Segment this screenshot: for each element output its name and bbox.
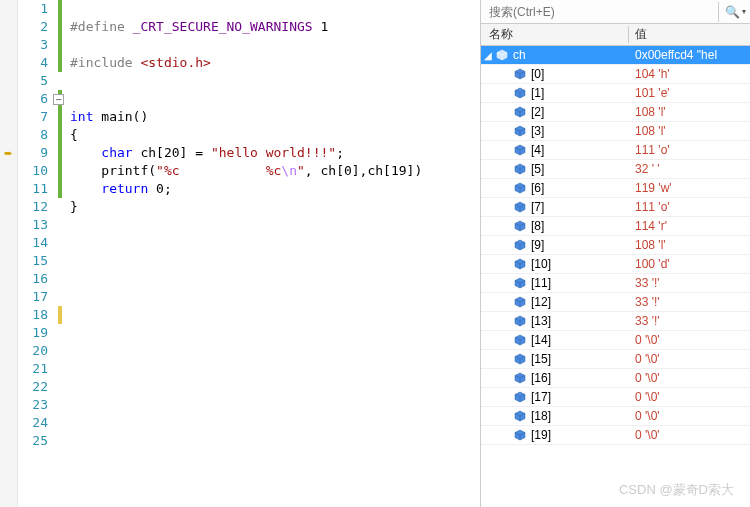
variable-icon [513,371,527,385]
variable-value: 0 '\0' [629,428,750,442]
variable-index: [3] [531,124,544,138]
watch-header: 名称 值 [481,24,750,46]
variable-index: [6] [531,181,544,195]
watch-row[interactable]: [19]0 '\0' [481,426,750,445]
variable-index: [12] [531,295,551,309]
variable-icon [513,257,527,271]
variable-icon [513,143,527,157]
watch-row[interactable]: [4]111 'o' [481,141,750,160]
line-number: 7 [18,108,48,126]
preproc-keyword: #include [70,55,133,70]
brace: { [70,127,78,142]
variable-value: 101 'e' [629,86,750,100]
search-icon[interactable]: 🔍 [725,5,740,19]
function-name: main() [101,109,148,124]
watch-row[interactable]: [3]108 'l' [481,122,750,141]
string-literal: "%c %c [156,163,281,178]
line-number: 14 [18,234,48,252]
string-literal: " [297,163,305,178]
variable-icon [513,352,527,366]
line-number: 18 [18,306,48,324]
watch-row[interactable]: [11]33 '!' [481,274,750,293]
line-number: 8 [18,126,48,144]
code-text[interactable]: #define _CRT_SECURE_NO_WARNINGS 1 #inclu… [66,0,480,507]
watch-row[interactable]: [16]0 '\0' [481,369,750,388]
variable-value: 0 '\0' [629,390,750,404]
header-value[interactable]: 值 [629,26,750,43]
variable-index: [18] [531,409,551,423]
line-number: 15 [18,252,48,270]
variable-icon [513,105,527,119]
variable-value: 0 '\0' [629,333,750,347]
watch-rows[interactable]: ◢ch0x00effcd4 "hel[0]104 'h'[1]101 'e'[2… [481,46,750,507]
variable-icon [513,409,527,423]
watch-row[interactable]: [7]111 'o' [481,198,750,217]
watch-row[interactable]: [12]33 '!' [481,293,750,312]
line-number: 25 [18,432,48,450]
variable-icon [513,67,527,81]
watch-row[interactable]: [6]119 'w' [481,179,750,198]
watch-row[interactable]: [0]104 'h' [481,65,750,84]
args: , ch[0],ch[19]) [305,163,422,178]
line-number: 12 [18,198,48,216]
variable-icon [513,314,527,328]
watch-row[interactable]: [13]33 '!' [481,312,750,331]
variable-value: 32 ' ' [629,162,750,176]
variable-index: [7] [531,200,544,214]
string-literal: "hello world!!!" [211,145,336,160]
variable-index: [14] [531,333,551,347]
variable-name: ch [513,48,526,62]
variable-index: [16] [531,371,551,385]
variable-value: 0x00effcd4 "hel [629,48,750,62]
search-dropdown-icon[interactable]: ▾ [742,7,746,16]
line-number: 5 [18,72,48,90]
variable-icon [513,295,527,309]
search-input[interactable] [489,5,712,19]
variable-icon [513,428,527,442]
watch-row[interactable]: [5]32 ' ' [481,160,750,179]
current-line-arrow-icon: ➨ [0,144,17,162]
watch-row[interactable]: [10]100 'd' [481,255,750,274]
change-indicator-gutter: − [52,0,66,507]
type-keyword: int [70,109,93,124]
code-editor[interactable]: ➨ 12345678910111213141516171819202122232… [0,0,481,507]
watch-row[interactable]: [15]0 '\0' [481,350,750,369]
breakpoint-gutter[interactable]: ➨ [0,0,18,507]
preproc-keyword: #define [70,19,125,34]
macro-value: 1 [320,19,328,34]
variable-index: [5] [531,162,544,176]
watch-row[interactable]: [18]0 '\0' [481,407,750,426]
brace: } [70,199,78,214]
variable-icon [513,86,527,100]
line-number: 10 [18,162,48,180]
variable-index: [8] [531,219,544,233]
watch-row[interactable]: [8]114 'r' [481,217,750,236]
variable-value: 0 '\0' [629,409,750,423]
variable-value: 119 'w' [629,181,750,195]
watch-row[interactable]: [14]0 '\0' [481,331,750,350]
variable-icon [513,200,527,214]
variable-index: [4] [531,143,544,157]
variable-icon [513,124,527,138]
search-bar[interactable]: 🔍 ▾ [481,0,750,24]
variable-icon [513,276,527,290]
variable-value: 0 '\0' [629,371,750,385]
line-number: 17 [18,288,48,306]
variable-value: 114 'r' [629,219,750,233]
function-call: printf( [101,163,156,178]
watch-panel: 🔍 ▾ 名称 值 ◢ch0x00effcd4 "hel[0]104 'h'[1]… [481,0,750,507]
watch-row-root[interactable]: ◢ch0x00effcd4 "hel [481,46,750,65]
watch-row[interactable]: [9]108 'l' [481,236,750,255]
header-name[interactable]: 名称 [481,26,629,43]
fold-toggle-icon[interactable]: − [53,94,64,105]
expander-icon[interactable]: ◢ [481,50,495,61]
line-number: 11 [18,180,48,198]
watch-row[interactable]: [1]101 'e' [481,84,750,103]
variable-value: 33 '!' [629,314,750,328]
variable-index: [2] [531,105,544,119]
variable-icon [495,48,509,62]
line-number: 21 [18,360,48,378]
watch-row[interactable]: [2]108 'l' [481,103,750,122]
watch-row[interactable]: [17]0 '\0' [481,388,750,407]
return-value: 0; [148,181,171,196]
